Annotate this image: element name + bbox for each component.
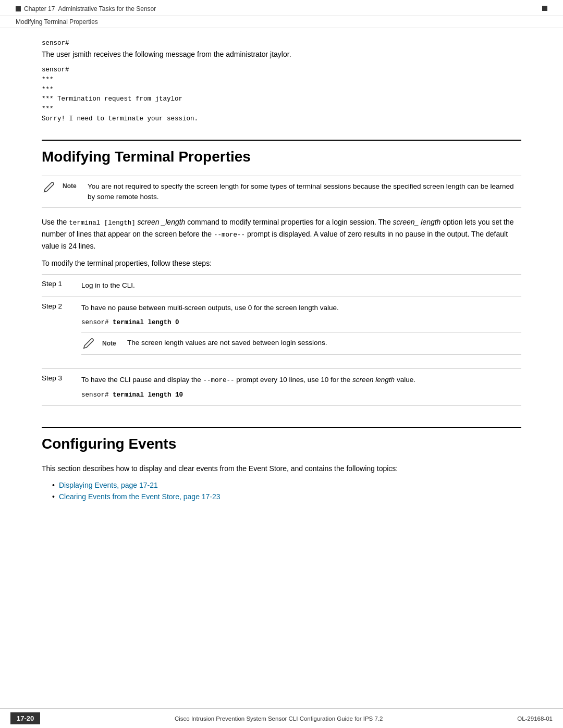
footer-page-number: 17-20: [10, 712, 40, 724]
footer-doc-id: OL-29168-01: [517, 715, 553, 722]
step-2-code: sensor# terminal length 0: [81, 319, 179, 326]
step-3-label: Step 3: [42, 374, 73, 382]
breadcrumb: Modifying Terminal Properties: [0, 16, 563, 28]
header-left: Chapter 17 Administrative Tasks for the …: [16, 5, 156, 13]
modifying-heading: Modifying Terminal Properties: [42, 140, 521, 165]
step-row-3: Step 3 To have the CLI pause and display…: [42, 369, 521, 406]
note-label: Note: [63, 181, 81, 190]
main-content: sensor# The user jsmith receives the fol…: [0, 28, 563, 546]
step-2-label: Step 2: [42, 302, 73, 310]
breadcrumb-text: Modifying Terminal Properties: [16, 18, 98, 26]
intro-para-1: Use the terminal [length] screen _length…: [42, 216, 521, 252]
page-header: Chapter 17 Administrative Tasks for the …: [0, 0, 563, 16]
config-links-list: Displaying Events, page 17-21 Clearing E…: [52, 481, 521, 501]
step-1-content: Log in to the CLI.: [81, 280, 521, 291]
config-intro-text: This section describes how to display an…: [42, 463, 521, 474]
header-chapter: Chapter 17: [24, 5, 55, 13]
more-code-inline: --more--: [214, 231, 245, 239]
screen-length-italic-2: screen length: [352, 376, 395, 384]
terminal-command-inline: terminal [length]: [69, 219, 136, 227]
step-2-sub-note: Note The screen length values are not sa…: [81, 332, 521, 355]
note-label-2: Note: [102, 338, 121, 349]
clearing-events-link[interactable]: Clearing Events from the Event Store, pa…: [59, 492, 221, 501]
displaying-events-link[interactable]: Displaying Events, page 17-21: [59, 481, 158, 489]
step-3-code: sensor# terminal length 10: [81, 391, 183, 399]
screen-length-italic: screen _length: [138, 218, 186, 226]
page-footer: 17-20 Cisco Intrusion Prevention System …: [0, 708, 563, 728]
configuring-section: Configuring Events This section describe…: [42, 427, 521, 500]
step-3-content: To have the CLI pause and display the --…: [81, 374, 521, 400]
footer-doc-title: Cisco Intrusion Prevention System Sensor…: [175, 715, 383, 722]
note-box-1: Note You are not required to specify the…: [42, 176, 521, 208]
prose-jsmith: The user jsmith receives the following m…: [42, 48, 521, 60]
code-block-termination: sensor# *** *** *** Termination request …: [42, 65, 521, 124]
step-3-text-before: To have the CLI pause and display the --…: [81, 376, 415, 384]
step-3-bold-code: terminal length 10: [113, 391, 183, 399]
step-row-2: Step 2 To have no pause between multi-sc…: [42, 297, 521, 369]
list-item-1: Displaying Events, page 17-21: [52, 481, 521, 489]
step-row-1: Step 1 Log in to the CLI.: [42, 275, 521, 297]
top-code-section: sensor# The user jsmith receives the fol…: [42, 39, 521, 124]
step-2-bold-code: terminal length 0: [113, 319, 179, 326]
step-2-content: To have no pause between multi-screen ou…: [81, 302, 521, 364]
screen-length-option-italic: screen_ length: [393, 218, 441, 226]
configuring-heading: Configuring Events: [42, 427, 521, 452]
section-marker-icon: [16, 6, 21, 11]
step-1-label: Step 1: [42, 280, 73, 288]
step-1-text: Log in to the CLI.: [81, 281, 135, 289]
intro-para-2: To modify the terminal properties, follo…: [42, 257, 521, 269]
note-text-1: You are not required to specify the scre…: [88, 181, 521, 203]
steps-section: Step 1 Log in to the CLI. Step 2 To have…: [42, 274, 521, 406]
modifying-section: Modifying Terminal Properties Note You a…: [42, 140, 521, 406]
code-block-sensor-1: sensor#: [42, 39, 521, 48]
note-text-2: The screen length values are not saved b…: [127, 338, 327, 348]
note-pencil-icon: [42, 181, 56, 193]
header-title: Administrative Tasks for the Sensor: [58, 5, 156, 13]
note-box-2: Note The screen length values are not sa…: [81, 332, 521, 355]
section-end-marker-icon: [542, 6, 547, 11]
step-2-text: To have no pause between multi-screen ou…: [81, 304, 339, 312]
list-item-2: Clearing Events from the Event Store, pa…: [52, 492, 521, 501]
header-right: [542, 5, 547, 13]
more-prompt-code: --more--: [203, 377, 234, 384]
note-pencil-icon-2: [81, 338, 96, 349]
